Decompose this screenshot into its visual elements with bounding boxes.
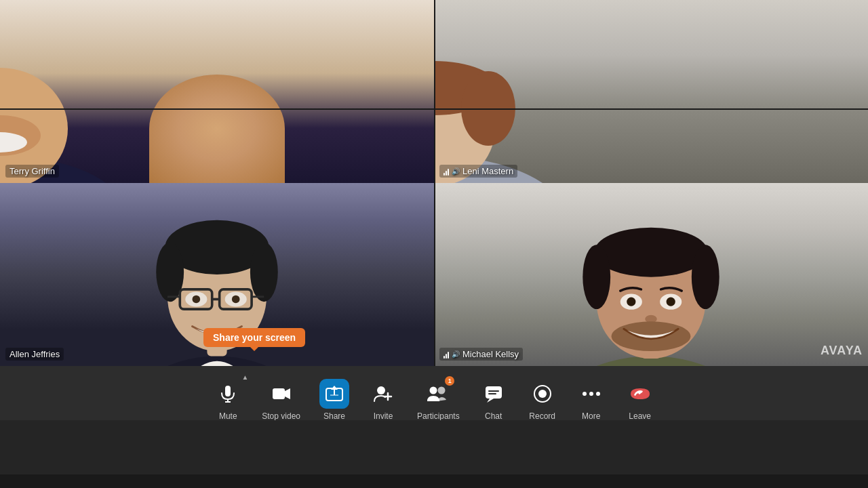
leni-mic-icon: 🔊: [452, 167, 460, 175]
svg-point-34: [627, 298, 635, 306]
more-button[interactable]: More: [570, 375, 613, 425]
mute-button[interactable]: ▲ Mute: [206, 375, 250, 425]
participants-button[interactable]: 1 Participants: [410, 375, 467, 425]
svg-rect-39: [225, 386, 231, 396]
svg-rect-42: [273, 388, 285, 399]
leave-icon-wrap: [625, 379, 655, 409]
video-cell-michael: 🔊 Michael Kellsy AVAYA: [434, 183, 868, 366]
svg-point-32: [692, 245, 719, 309]
share-label: Share: [323, 411, 345, 421]
record-label: Record: [529, 411, 555, 421]
invite-icon-wrap: [368, 379, 398, 409]
grid-divider-vertical: [434, 0, 435, 366]
svg-point-51: [430, 387, 437, 394]
participants-label: Participants: [417, 411, 460, 421]
bottom-strip: [0, 420, 868, 474]
chat-icon-wrap: [479, 379, 509, 409]
video-grid: Terry Griffin 🔊 Leni Mastern: [0, 0, 868, 366]
mute-arrow-icon: ▲: [241, 373, 248, 381]
michael-name: Michael Kellsy: [462, 349, 519, 359]
svg-point-26: [232, 296, 240, 304]
svg-marker-43: [285, 388, 290, 399]
mute-label: Mute: [219, 411, 237, 421]
svg-point-48: [377, 386, 385, 394]
terry-name: Terry Griffin: [9, 166, 55, 176]
leni-signal-icon: [443, 167, 449, 176]
video-cell-terry: Terry Griffin: [0, 0, 434, 183]
stop-video-label: Stop video: [262, 411, 300, 421]
participants-icon-wrap: 1: [423, 379, 453, 409]
name-tag-terry: Terry Griffin: [5, 165, 59, 178]
stop-video-button[interactable]: Stop video: [255, 375, 307, 425]
svg-point-30: [594, 228, 708, 277]
name-tag-allen: Allen Jeffries: [5, 348, 64, 361]
svg-point-60: [589, 392, 593, 396]
invite-label: Invite: [374, 411, 393, 421]
svg-point-52: [438, 387, 446, 394]
video-cell-leni: 🔊 Leni Mastern: [434, 0, 868, 183]
chat-label: Chat: [485, 411, 502, 421]
svg-marker-54: [487, 399, 494, 403]
svg-point-61: [596, 392, 600, 396]
video-icon-wrap: [267, 379, 296, 409]
svg-point-17: [250, 243, 278, 302]
allen-name: Allen Jeffries: [9, 349, 60, 359]
svg-point-58: [538, 390, 547, 398]
name-tag-michael: 🔊 Michael Kellsy: [439, 348, 523, 361]
share-icon-wrap: [319, 379, 349, 409]
more-label: More: [582, 411, 600, 421]
svg-point-31: [583, 245, 610, 309]
record-icon-wrap: [528, 379, 557, 409]
svg-rect-53: [486, 386, 502, 399]
svg-point-59: [583, 392, 587, 396]
grid-divider-horizontal: [0, 108, 868, 110]
participants-badge: 1: [445, 376, 454, 386]
michael-signal-icon: [443, 350, 449, 359]
more-icon-wrap: [576, 379, 606, 409]
leave-button[interactable]: Leave: [618, 375, 662, 425]
name-tag-leni: 🔊 Leni Mastern: [439, 165, 517, 178]
svg-point-36: [667, 298, 675, 306]
leni-name: Leni Mastern: [462, 166, 513, 176]
invite-button[interactable]: Invite: [361, 375, 405, 425]
avaya-watermark: AVAYA: [821, 344, 863, 358]
chat-button[interactable]: Chat: [472, 375, 515, 425]
michael-mic-icon: 🔊: [452, 350, 460, 358]
record-button[interactable]: Record: [521, 375, 564, 425]
svg-point-24: [193, 296, 201, 304]
leave-label: Leave: [629, 411, 651, 421]
mute-icon-wrap: ▲: [213, 379, 243, 409]
video-cell-allen: Allen Jeffries Share your screen: [0, 183, 434, 366]
share-button[interactable]: Share: [313, 375, 356, 425]
